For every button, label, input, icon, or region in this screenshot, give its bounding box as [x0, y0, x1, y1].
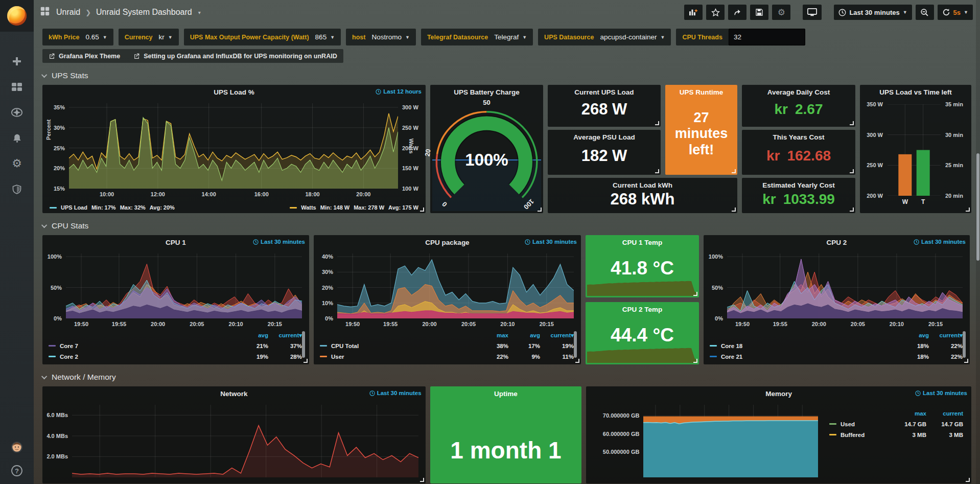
variable-label: kWh Price: [49, 34, 79, 41]
dashboards-icon[interactable]: [11, 81, 23, 93]
cpu-package-graph[interactable]: 40%30%20%10%0%19:5019:5520:0020:0520:102…: [337, 253, 574, 318]
panel-time-override[interactable]: Last 30 minutes: [525, 239, 577, 245]
panel-title[interactable]: Uptime: [430, 386, 582, 398]
ups-load-graph[interactable]: 35%30%25%20%15%300 W250 W200 W150 W100 W…: [69, 103, 398, 189]
panel-time-override[interactable]: Last 30 minutes: [914, 239, 966, 245]
variable-value-dropdown[interactable]: Telegraf▼: [494, 33, 527, 41]
breadcrumb: Unraid ❯ Unraid System Dashboard ▾: [56, 8, 201, 17]
share-button[interactable]: [728, 5, 746, 20]
zoom-out-button[interactable]: [916, 5, 934, 20]
panel-title[interactable]: UPS Battery Charge: [430, 85, 543, 96]
graph-legend: maxcurrent Used 14.7 GB14.7 GB Buffered …: [829, 408, 963, 440]
panel-title[interactable]: Memory: [586, 386, 971, 398]
legend-item-watts[interactable]: Watts Min: 148 W Max: 278 W Avg: 175 W: [290, 204, 418, 211]
time-range-picker[interactable]: Last 30 minutes ▼: [834, 5, 912, 20]
stat-value: kr162.68: [766, 141, 831, 175]
legend-series[interactable]: CPU Total: [320, 343, 477, 349]
panel-time-override[interactable]: Last 30 minutes: [915, 390, 967, 396]
row-header-ups-stats[interactable]: UPS Stats: [34, 70, 980, 82]
cpu2-graph[interactable]: 100%50%0%19:5019:5520:0020:0520:1020:15: [727, 253, 963, 318]
load-vs-time-bar-chart[interactable]: WT350 W300 W250 W200 W35 min30 min25 min…: [888, 104, 941, 196]
legend-series[interactable]: Used: [829, 421, 890, 427]
create-icon[interactable]: [11, 55, 23, 67]
navbar: Unraid ❯ Unraid System Dashboard ▾ ⚙: [34, 0, 980, 25]
variable-ups-datasource: UPS Datasource apcupsd-container▼: [538, 29, 671, 45]
panel-title[interactable]: Estimated Yearly Cost: [762, 178, 835, 189]
stat-value: 44.4 °C: [586, 325, 699, 346]
cpu-threads-input[interactable]: [729, 29, 805, 45]
sort-column[interactable]: current▾: [929, 332, 963, 339]
row-header-network-memory[interactable]: Network / Memory: [34, 371, 980, 383]
dashboard-grid-icon[interactable]: [40, 6, 50, 18]
configuration-icon[interactable]: ⚙: [11, 157, 23, 170]
panel-title[interactable]: Current UPS Load: [574, 85, 634, 96]
panel-time-override[interactable]: Last 30 minutes: [253, 239, 305, 245]
variable-value-dropdown[interactable]: kr▼: [159, 33, 173, 41]
legend-item-ups-load[interactable]: UPS Load Min: 17% Max: 32% Avg: 20%: [50, 204, 175, 211]
sort-column[interactable]: current▾: [268, 332, 302, 339]
panel-title[interactable]: This Years Cost: [773, 130, 824, 141]
settings-button[interactable]: ⚙: [772, 5, 790, 20]
alerting-icon[interactable]: [11, 132, 23, 144]
panel-time-override[interactable]: Last 30 minutes: [369, 390, 422, 396]
row-header-cpu-stats[interactable]: CPU Stats: [34, 220, 980, 232]
variable-value-dropdown[interactable]: Nostromo▼: [371, 33, 409, 41]
series-color-dash: [49, 356, 56, 357]
currency-prefix: kr: [762, 191, 776, 208]
panel-title[interactable]: CPU 1 Temp: [586, 235, 699, 246]
cycle-view-button[interactable]: [803, 5, 822, 20]
variable-value-dropdown[interactable]: apcupsd-container▼: [600, 33, 665, 41]
link-grafana-plex-theme[interactable]: Grafana Plex Theme: [49, 53, 120, 60]
page-scrollbar[interactable]: [976, 0, 980, 484]
graph-legend: avgcurrent▾ Core 18 18%22% Core 21 18%22…: [710, 330, 963, 362]
stat-value: kr1033.99: [762, 189, 835, 213]
memory-graph[interactable]: 70.000000 GB60.000000 GB50.000000 GB: [643, 405, 818, 477]
explore-icon[interactable]: [11, 106, 23, 119]
dashboard-caret-icon[interactable]: ▾: [198, 10, 201, 15]
panel-title[interactable]: UPS Load %: [42, 85, 426, 96]
graph-legend: avgcurrent▾ Core 7 21%37% Core 2 19%28%: [49, 330, 302, 362]
add-panel-button[interactable]: [684, 5, 703, 20]
legend-row: Buffered 3 MB3 MB: [829, 429, 963, 440]
breadcrumb-app[interactable]: Unraid: [56, 8, 80, 17]
legend-scrollbar[interactable]: [302, 331, 305, 358]
cpu1-graph[interactable]: 100%50%0%19:5019:5520:0020:0520:1020:15: [66, 253, 302, 318]
panel-time-override[interactable]: Last 12 hours: [376, 88, 422, 95]
scrollbar-thumb[interactable]: [976, 153, 979, 261]
variable-value-dropdown[interactable]: 865▼: [315, 33, 335, 41]
panel-title[interactable]: UPS Load vs Time left: [860, 85, 971, 96]
panel-title[interactable]: Network: [42, 386, 426, 398]
legend-series[interactable]: User: [320, 354, 477, 360]
network-graph[interactable]: 6.0 MBs4.0 MBs2.0 MBs: [72, 405, 418, 477]
variable-cpu-threads: CPU Threads: [676, 29, 805, 45]
panel-title[interactable]: Current Load kWh: [613, 178, 672, 189]
sort-column[interactable]: current▾: [540, 332, 574, 339]
legend-series[interactable]: Core 21: [710, 354, 897, 360]
legend-series[interactable]: Core 2: [49, 354, 237, 360]
panel-uptime: Uptime 1 month 1: [430, 386, 582, 483]
panel-title[interactable]: CPU 2 Temp: [586, 302, 699, 313]
legend-scrollbar[interactable]: [963, 331, 966, 358]
legend-series[interactable]: Buffered: [829, 432, 890, 438]
legend-scrollbar[interactable]: [574, 331, 577, 358]
legend-row: CPU Total 38%17%19%: [320, 340, 574, 351]
stat-value: 27 minutes left!: [665, 96, 737, 175]
star-button[interactable]: [706, 5, 725, 20]
link-ups-monitoring-guide[interactable]: Setting up Grafana and InfluxDB for UPS …: [133, 53, 337, 60]
panel-title[interactable]: Average PSU Load: [573, 130, 635, 141]
legend-series[interactable]: Core 7: [49, 343, 237, 349]
legend-series[interactable]: Core 18: [710, 343, 897, 349]
save-button[interactable]: [750, 5, 768, 20]
variable-value-dropdown[interactable]: 0.65▼: [85, 33, 107, 41]
legend-row: Core 2 19%28%: [49, 351, 302, 362]
panel-title[interactable]: UPS Runtime: [680, 85, 724, 96]
time-range-label: Last 30 minutes: [849, 9, 899, 16]
admin-shield-icon[interactable]: [11, 183, 23, 195]
breadcrumb-dashboard-title[interactable]: Unraid System Dashboard: [96, 8, 192, 17]
help-icon[interactable]: ?: [11, 465, 23, 477]
grafana-logo[interactable]: [0, 0, 34, 32]
user-avatar[interactable]: [11, 441, 23, 453]
panel-title[interactable]: Average Daily Cost: [767, 85, 830, 96]
cost-value: 2.67: [795, 101, 823, 118]
refresh-button[interactable]: 5s ▼: [938, 5, 973, 20]
